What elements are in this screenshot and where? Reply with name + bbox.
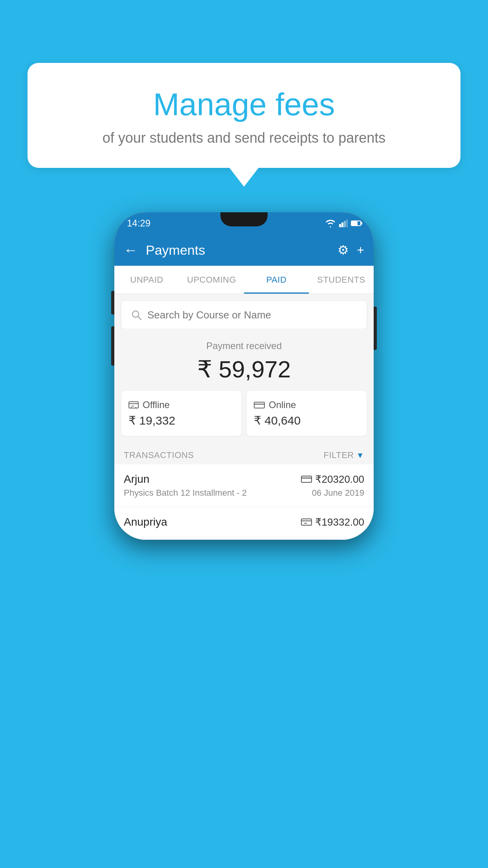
transactions-label: TRANSACTIONS — [124, 450, 194, 460]
status-icons — [325, 219, 361, 228]
online-card-row: Online — [254, 399, 296, 410]
transaction-amount: ₹19332.00 — [315, 516, 364, 528]
svg-rect-6 — [129, 402, 138, 408]
transaction-row-bottom: Physics Batch 12 Installment - 2 06 June… — [124, 488, 364, 498]
transaction-row[interactable]: Arjun ₹20320.00 Physics Batch 12 Install… — [114, 464, 374, 507]
svg-rect-0 — [339, 224, 341, 227]
svg-rect-13 — [301, 519, 312, 525]
payment-cards: Offline ₹ 19,332 Online ₹ — [121, 391, 367, 436]
svg-rect-8 — [132, 406, 134, 406]
transactions-header: TRANSACTIONS FILTER ▼ — [114, 444, 374, 464]
offline-card-row: Offline — [128, 399, 170, 410]
svg-rect-15 — [304, 523, 307, 524]
offline-label: Offline — [143, 399, 170, 410]
svg-rect-2 — [344, 221, 346, 227]
total-amount: ₹ 59,972 — [121, 355, 367, 383]
search-container — [114, 294, 374, 329]
filter-button[interactable]: FILTER ▼ — [324, 450, 364, 460]
signal-icon — [339, 219, 348, 227]
phone-mockup: 14:29 — [114, 212, 374, 540]
offline-amount: ₹ 19,332 — [128, 414, 175, 427]
status-bar: 14:29 — [114, 212, 374, 234]
offline-payment-icon — [301, 518, 312, 526]
phone-outer: 14:29 — [114, 212, 374, 540]
svg-rect-3 — [346, 219, 348, 227]
summary-section: Payment received ₹ 59,972 — [114, 329, 374, 444]
svg-rect-9 — [254, 402, 264, 408]
power-button — [374, 307, 377, 350]
status-time: 14:29 — [127, 218, 150, 229]
course-info: Physics Batch 12 Installment - 2 — [124, 488, 247, 498]
manage-fees-subtitle: of your students and send receipts to pa… — [51, 130, 437, 146]
online-amount: ₹ 40,640 — [254, 414, 301, 427]
search-icon — [131, 309, 142, 320]
received-label: Payment received — [121, 340, 367, 351]
wifi-icon — [325, 219, 336, 228]
svg-line-5 — [138, 316, 141, 320]
filter-label: FILTER — [324, 450, 354, 460]
filter-icon: ▼ — [356, 451, 364, 460]
svg-rect-11 — [301, 476, 312, 482]
online-icon — [254, 401, 265, 409]
app-bar: ← Payments ⚙ + — [114, 234, 374, 266]
online-payment-icon — [301, 475, 312, 483]
volume-button-2 — [111, 326, 114, 366]
online-label: Online — [269, 399, 296, 410]
transaction-row-top: Arjun ₹20320.00 — [124, 473, 364, 485]
amount-row: ₹20320.00 — [301, 473, 364, 485]
battery-icon — [351, 221, 361, 226]
volume-button — [111, 291, 114, 314]
transaction-row[interactable]: Anupriya ₹19332.00 — [114, 507, 374, 540]
tab-unpaid[interactable]: UNPAID — [114, 266, 179, 294]
tab-paid[interactable]: PAID — [244, 266, 309, 294]
transaction-amount: ₹20320.00 — [315, 473, 364, 485]
student-name: Arjun — [124, 473, 149, 485]
date-info: 06 June 2019 — [312, 488, 364, 498]
app-title: Payments — [146, 243, 330, 258]
search-bar[interactable] — [121, 301, 367, 329]
tab-students[interactable]: STUDENTS — [309, 266, 374, 294]
phone-screen: 14:29 — [114, 212, 374, 540]
online-card: Online ₹ 40,640 — [247, 391, 367, 436]
amount-row: ₹19332.00 — [301, 516, 364, 528]
transaction-row-top: Anupriya ₹19332.00 — [124, 516, 364, 528]
search-input[interactable] — [147, 309, 357, 321]
add-button[interactable]: + — [357, 243, 364, 257]
settings-button[interactable]: ⚙ — [338, 243, 349, 257]
speech-bubble: Manage fees of your students and send re… — [28, 63, 460, 168]
student-name: Anupriya — [124, 516, 167, 528]
svg-rect-1 — [341, 223, 343, 227]
tab-upcoming[interactable]: UPCOMING — [179, 266, 244, 294]
offline-icon — [128, 401, 139, 409]
tabs-bar: UNPAID UPCOMING PAID STUDENTS — [114, 266, 374, 294]
back-button[interactable]: ← — [124, 242, 138, 258]
offline-card: Offline ₹ 19,332 — [121, 391, 241, 436]
manage-fees-title: Manage fees — [51, 86, 437, 123]
notch — [220, 212, 268, 226]
